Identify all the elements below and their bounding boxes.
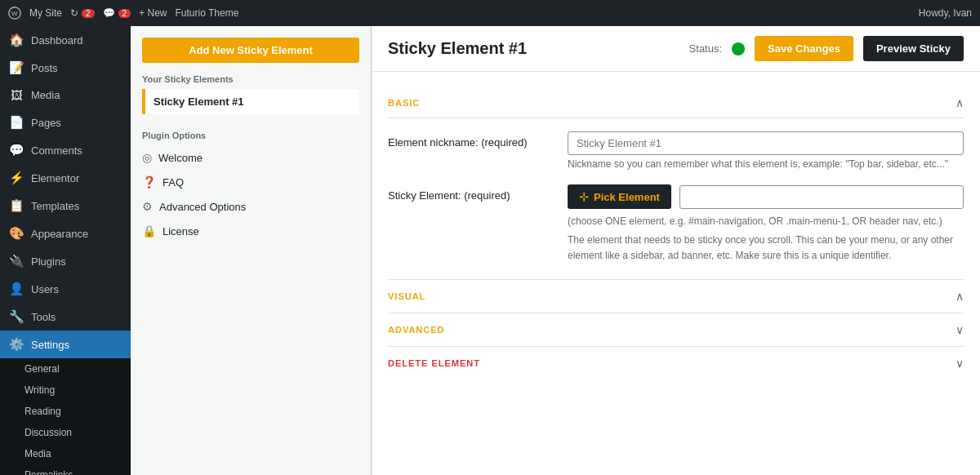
option-label-faq: FAQ	[163, 176, 184, 189]
update-count[interactable]: ↻ 2	[70, 7, 95, 19]
appearance-icon: 🎨	[8, 226, 24, 241]
delete-label: DELETE ELEMENT	[388, 358, 480, 368]
nickname-field: Nickname so you can remember what this e…	[568, 131, 964, 170]
sidebar-label-appearance: Appearance	[31, 228, 88, 240]
main-content: Add New Sticky Element Your Sticky Eleme…	[131, 26, 980, 475]
sidebar-item-settings[interactable]: ⚙️ Settings	[0, 331, 131, 358]
sticky-element-row: Sticky Element: (required) ⊹ Pick Elemen…	[388, 184, 964, 264]
option-license[interactable]: 🔒 License	[131, 219, 371, 243]
sidebar-label-comments: Comments	[31, 144, 82, 157]
howdy-label: Howdy, Ivan	[919, 7, 972, 19]
preview-sticky-button[interactable]: Preview Sticky	[863, 36, 964, 61]
pick-button-label: Pick Element	[594, 191, 660, 203]
sidebar-item-tools[interactable]: 🔧 Tools	[0, 303, 131, 331]
nickname-input[interactable]	[568, 131, 964, 155]
svg-text:W: W	[11, 10, 18, 17]
submenu-label-general: General	[24, 363, 60, 375]
delete-chevron-icon: ∨	[956, 357, 964, 370]
your-sticky-elements-label: Your Sticky Elements	[131, 71, 371, 89]
advanced-chevron-icon: ∨	[956, 323, 964, 336]
add-new-sticky-button[interactable]: Add New Sticky Element	[142, 38, 359, 63]
sticky-element-label: Sticky Element: (required)	[388, 184, 551, 202]
element-hint: (choose ONE element, e.g. #main-navigati…	[568, 214, 964, 264]
sidebar-label-templates: Templates	[31, 200, 79, 212]
option-faq[interactable]: ❓ FAQ	[131, 170, 371, 194]
templates-icon: 📋	[8, 198, 24, 213]
sticky-element-item[interactable]: Sticky Element #1	[142, 89, 359, 114]
comment-count[interactable]: 💬 2	[103, 7, 131, 19]
sidebar-item-plugins[interactable]: 🔌 Plugins	[0, 247, 131, 275]
delete-section-header[interactable]: DELETE ELEMENT ∨	[388, 346, 964, 380]
new-button[interactable]: + New	[139, 7, 167, 19]
submenu-item-discussion[interactable]: Discussion	[0, 422, 131, 443]
site-name[interactable]: My Site	[29, 7, 62, 19]
status-dot	[732, 42, 745, 55]
users-icon: 👤	[8, 282, 24, 296]
sidebar-label-tools: Tools	[31, 311, 56, 323]
submenu-item-general[interactable]: General	[0, 358, 131, 380]
sidebar-label-media: Media	[31, 89, 60, 101]
advanced-icon: ⚙	[142, 200, 153, 213]
theme-label: Futurio Theme	[176, 7, 239, 19]
submenu-item-permalinks[interactable]: Permalinks	[0, 464, 131, 475]
plugins-icon: 🔌	[8, 254, 24, 269]
sidebar-item-elementor[interactable]: ⚡ Elementor	[0, 164, 131, 192]
media-icon: 🖼	[8, 88, 24, 102]
welcome-icon: ◎	[142, 151, 152, 164]
option-welcome[interactable]: ◎ Welcome	[131, 145, 371, 170]
element-selector-input[interactable]	[679, 185, 964, 209]
settings-submenu: General Writing Reading Discussion Media…	[0, 358, 131, 475]
license-icon: 🔒	[142, 224, 156, 238]
submenu-label-reading: Reading	[24, 406, 61, 417]
advanced-section-header[interactable]: ADVANCED ∨	[388, 313, 964, 346]
sidebar-item-dashboard[interactable]: 🏠 Dashboard	[0, 26, 131, 54]
basic-section-header[interactable]: BASIC ∧	[388, 88, 964, 118]
sidebar-item-pages[interactable]: 📄 Pages	[0, 109, 131, 136]
sidebar-item-posts[interactable]: 📝 Posts	[0, 54, 131, 82]
sidebar-item-comments[interactable]: 💬 Comments	[0, 136, 131, 164]
nickname-hint: Nickname so you can remember what this e…	[568, 158, 964, 170]
sidebar-item-templates[interactable]: 📋 Templates	[0, 192, 131, 220]
settings-icon: ⚙️	[8, 337, 24, 352]
plugin-options-label: Plugin Options	[131, 122, 371, 145]
option-label-license: License	[163, 225, 199, 238]
submenu-item-media-settings[interactable]: Media	[0, 443, 131, 464]
sidebar-item-appearance[interactable]: 🎨 Appearance	[0, 220, 131, 247]
submenu-item-reading[interactable]: Reading	[0, 401, 131, 422]
sidebar-item-media[interactable]: 🖼 Media	[0, 82, 131, 109]
sidebar: 🏠 Dashboard 📝 Posts 🖼 Media 📄 Pages 💬 Co…	[0, 26, 131, 475]
visual-chevron-icon: ∧	[956, 290, 964, 303]
submenu-label-writing: Writing	[24, 384, 55, 396]
basic-chevron-icon: ∧	[956, 96, 964, 109]
visual-section-header[interactable]: VISUAL ∧	[388, 279, 964, 313]
save-changes-button[interactable]: Save Changes	[755, 36, 853, 61]
content-body: BASIC ∧ Element nickname: (required) Nic…	[372, 72, 980, 396]
layout: 🏠 Dashboard 📝 Posts 🖼 Media 📄 Pages 💬 Co…	[0, 26, 980, 475]
option-label-welcome: Welcome	[158, 152, 203, 164]
left-panel: Add New Sticky Element Your Sticky Eleme…	[131, 26, 372, 475]
faq-icon: ❓	[142, 175, 156, 189]
sidebar-item-users[interactable]: 👤 Users	[0, 275, 131, 303]
content-header: Sticky Element #1 Status: Save Changes P…	[372, 26, 980, 72]
advanced-label: ADVANCED	[388, 325, 445, 335]
submenu-item-writing[interactable]: Writing	[0, 380, 131, 401]
option-label-advanced: Advanced Options	[159, 201, 246, 213]
elementor-icon: ⚡	[8, 171, 24, 185]
submenu-label-permalinks: Permalinks	[24, 469, 73, 475]
comments-icon: 💬	[8, 143, 24, 158]
plugin-panel: Add New Sticky Element Your Sticky Eleme…	[131, 26, 980, 475]
pick-element-wrapper: ⊹ Pick Element	[568, 184, 964, 209]
posts-icon: 📝	[8, 60, 24, 75]
right-panel: Sticky Element #1 Status: Save Changes P…	[372, 26, 980, 475]
header-actions: Status: Save Changes Preview Sticky	[689, 36, 964, 61]
pick-element-button[interactable]: ⊹ Pick Element	[568, 184, 671, 209]
option-advanced[interactable]: ⚙ Advanced Options	[131, 194, 371, 219]
site-label: My Site	[29, 7, 62, 19]
wordpress-logo-icon: W	[8, 7, 21, 20]
admin-bar: W My Site ↻ 2 💬 2 + New Futurio Theme Ho…	[0, 0, 980, 26]
basic-label: BASIC	[388, 98, 420, 108]
sidebar-label-users: Users	[31, 283, 59, 295]
page-title: Sticky Element #1	[388, 39, 527, 58]
status-label: Status:	[689, 42, 722, 55]
dashboard-icon: 🏠	[8, 33, 24, 47]
